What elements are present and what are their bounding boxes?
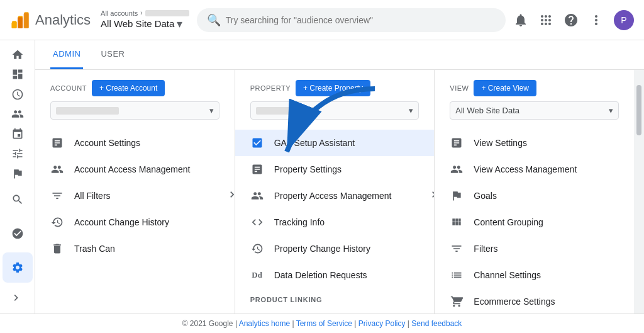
view-dropdown-value: All Web Site Data bbox=[455, 106, 519, 115]
account-change-history-label: Account Change History bbox=[74, 217, 219, 227]
tab-admin[interactable]: ADMIN bbox=[50, 40, 83, 69]
tab-user[interactable]: USER bbox=[98, 40, 127, 69]
menu-item-account-access[interactable]: Account Access Management bbox=[35, 156, 235, 183]
sidebar-item-search[interactable] bbox=[3, 184, 33, 215]
footer-link-privacy[interactable]: Privacy Policy bbox=[358, 319, 406, 328]
menu-item-property-change-history[interactable]: Property Change History bbox=[235, 235, 435, 262]
view-menu-list: View Settings View Access Management Goa… bbox=[435, 125, 634, 313]
scrollbar-thumb[interactable] bbox=[636, 85, 641, 135]
account-settings-icon bbox=[50, 136, 64, 150]
sidebar-item-reports[interactable] bbox=[3, 65, 33, 84]
property-change-history-label: Property Change History bbox=[274, 244, 419, 254]
menu-item-channel-settings[interactable]: Channel Settings bbox=[435, 262, 634, 288]
tracking-info-label: Tracking Info bbox=[274, 217, 419, 227]
all-filters-icon bbox=[50, 189, 64, 203]
account-col-header: Account + Create Account bbox=[35, 70, 235, 101]
right-scrollbar[interactable] bbox=[634, 70, 644, 313]
logo: Analytics bbox=[10, 10, 91, 30]
menu-item-account-change-history[interactable]: Account Change History bbox=[35, 209, 235, 235]
footer-link-terms[interactable]: Terms of Service bbox=[296, 319, 352, 328]
account-history-icon bbox=[50, 215, 64, 229]
goals-icon bbox=[450, 189, 464, 203]
view-label: View bbox=[450, 84, 469, 92]
account-access-label: Account Access Management bbox=[74, 164, 219, 174]
menu-item-tracking-info[interactable]: Tracking Info bbox=[235, 209, 435, 235]
view-filters-icon bbox=[450, 242, 464, 256]
sidebar-item-realtime[interactable] bbox=[3, 85, 33, 104]
menu-item-google-ads[interactable]: Google Ads Linking bbox=[235, 306, 435, 313]
view-dropdown-arrow-icon: ▾ bbox=[609, 106, 613, 115]
tracking-info-icon bbox=[250, 215, 264, 229]
menu-item-trash-can[interactable]: Trash Can bbox=[35, 235, 235, 262]
search-icon: 🔍 bbox=[207, 13, 221, 27]
goals-label: Goals bbox=[474, 191, 619, 201]
footer-link-feedback[interactable]: Send feedback bbox=[411, 319, 462, 328]
admin-user-tabs: ADMIN USER bbox=[35, 40, 644, 70]
notifications-icon[interactable] bbox=[513, 13, 528, 28]
account-col-forward-icon[interactable] bbox=[226, 188, 235, 203]
create-property-button[interactable]: + Create Property bbox=[296, 80, 370, 96]
property-dropdown[interactable]: ▾ bbox=[250, 101, 419, 120]
ecommerce-label: Ecommerce Settings bbox=[474, 296, 619, 307]
account-selector[interactable]: All accounts › All Web Site Data ▾ bbox=[101, 9, 189, 31]
menu-item-content-grouping[interactable]: Content Grouping bbox=[435, 209, 634, 235]
main-content: ADMIN USER Account + Create Account ▾ bbox=[0, 40, 644, 313]
property-dropdown-arrow-icon: ▾ bbox=[177, 17, 182, 31]
nav-icons: P bbox=[513, 10, 634, 30]
channel-settings-icon bbox=[450, 268, 464, 282]
account-dropdown-value bbox=[56, 107, 119, 115]
more-options-icon[interactable] bbox=[589, 13, 604, 28]
menu-item-property-settings[interactable]: Property Settings bbox=[235, 156, 435, 183]
avatar[interactable]: P bbox=[614, 10, 634, 30]
ecommerce-icon bbox=[450, 295, 464, 308]
help-icon[interactable] bbox=[564, 13, 579, 28]
property-settings-icon bbox=[250, 162, 264, 176]
menu-item-ecommerce[interactable]: Ecommerce Settings bbox=[435, 288, 634, 313]
view-col-header: View + Create View bbox=[435, 70, 634, 101]
search-bar[interactable]: 🔍 bbox=[197, 8, 506, 32]
menu-item-all-filters[interactable]: All Filters bbox=[35, 183, 235, 209]
apps-icon[interactable] bbox=[538, 13, 553, 28]
account-dropdown[interactable]: ▾ bbox=[50, 101, 219, 120]
menu-item-goals[interactable]: Goals bbox=[435, 183, 634, 209]
account-settings-label: Account Settings bbox=[74, 138, 219, 148]
sidebar-item-conversions[interactable] bbox=[3, 164, 33, 183]
svg-rect-8 bbox=[24, 13, 29, 28]
search-input[interactable] bbox=[226, 15, 496, 25]
sidebar-item-behavior[interactable] bbox=[3, 145, 33, 164]
three-column-area: Account + Create Account ▾ Account Setti… bbox=[35, 70, 644, 313]
menu-item-view-access[interactable]: View Access Management bbox=[435, 156, 634, 183]
sidebar-item-admin[interactable] bbox=[3, 252, 33, 283]
menu-item-view-settings[interactable]: View Settings bbox=[435, 130, 634, 156]
property-selector-dropdown[interactable]: All Web Site Data ▾ bbox=[101, 17, 189, 31]
content-grouping-icon bbox=[450, 215, 464, 229]
footer-link-analytics-home[interactable]: Analytics home bbox=[239, 319, 290, 328]
property-dropdown-value bbox=[256, 107, 319, 115]
view-dropdown[interactable]: All Web Site Data ▾ bbox=[450, 101, 619, 120]
sidebar-item-expand[interactable] bbox=[3, 289, 33, 308]
property-settings-label: Property Settings bbox=[274, 164, 419, 174]
data-deletion-icon: Dd bbox=[250, 268, 264, 282]
menu-item-ga4-setup[interactable]: GA4 Setup Assistant bbox=[235, 130, 435, 156]
view-settings-icon bbox=[450, 136, 464, 150]
sidebar-item-acquisition[interactable] bbox=[3, 125, 33, 144]
sidebar-item-audience[interactable] bbox=[3, 105, 33, 124]
menu-item-account-settings[interactable]: Account Settings bbox=[35, 130, 235, 156]
ga4-setup-icon bbox=[250, 136, 264, 150]
content-grouping-label: Content Grouping bbox=[474, 217, 619, 227]
trash-icon bbox=[50, 242, 64, 256]
all-accounts-breadcrumb: All accounts › bbox=[101, 9, 189, 17]
sidebar-item-home[interactable] bbox=[3, 45, 33, 64]
all-filters-label: All Filters bbox=[74, 191, 219, 201]
property-history-icon bbox=[250, 242, 264, 256]
menu-item-property-access[interactable]: Property Access Management bbox=[235, 183, 435, 209]
create-view-button[interactable]: + Create View bbox=[474, 80, 536, 96]
menu-item-data-deletion[interactable]: Dd Data Deletion Requests bbox=[235, 262, 435, 288]
create-account-button[interactable]: + Create Account bbox=[92, 80, 165, 96]
menu-item-view-filters[interactable]: Filters bbox=[435, 235, 634, 262]
google-ads-icon bbox=[250, 312, 264, 313]
sidebar-item-discover[interactable] bbox=[3, 218, 33, 249]
account-access-icon bbox=[50, 162, 64, 176]
analytics-logo-icon bbox=[10, 10, 30, 30]
property-col-forward-icon[interactable] bbox=[428, 188, 435, 203]
